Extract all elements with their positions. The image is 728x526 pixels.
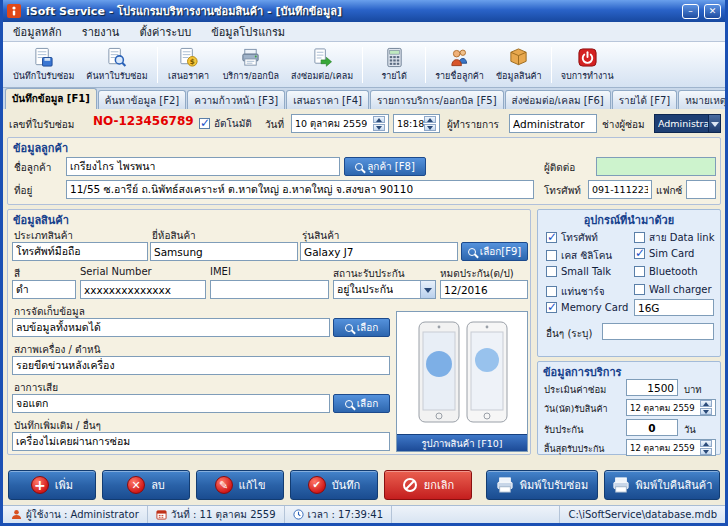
cancel-button[interactable]: ยกเลิก (384, 470, 472, 500)
accessory-checkbox[interactable] (634, 266, 645, 277)
chevron-down-icon[interactable] (708, 115, 720, 132)
note-field[interactable]: เครื่องไม่เคยผ่านการซ่อม (12, 432, 390, 451)
accessory-checkbox[interactable] (546, 250, 557, 261)
svg-text:$: $ (190, 56, 195, 65)
spin-up-icon[interactable] (373, 116, 385, 123)
serial-field[interactable]: xxxxxxxxxxxxxx (80, 280, 206, 299)
receipt-time-value: 18:18 (397, 118, 424, 129)
minimize-button[interactable]: – (682, 4, 699, 19)
storage-select-button[interactable]: เลือก (333, 318, 390, 337)
menu-program-info[interactable]: ข้อมูลโปรแกรม (201, 21, 295, 43)
toolbar-forward-claim[interactable]: ส่งซ่อมต่อ/เคลม (285, 43, 359, 86)
color-field[interactable]: ดำ (12, 280, 76, 299)
toolbar-quotation[interactable]: $ เสนอราคา (161, 43, 217, 86)
toolbar-product-data[interactable]: ข้อมูลสินค้า (490, 43, 548, 86)
accessory-checkbox[interactable] (634, 284, 645, 295)
menu-reports[interactable]: รายงาน (72, 21, 130, 43)
symptom-select-button[interactable]: เลือก (333, 394, 390, 413)
tab-progress[interactable]: ความก้าวหน้า [F3] (187, 90, 285, 109)
service-warranty-field[interactable]: 0 (626, 419, 678, 436)
symptom-field[interactable]: จอแตก (12, 394, 330, 413)
accessory-checkbox[interactable] (546, 266, 557, 277)
customer-name-field[interactable]: เกรียงไกร ไพรพนา (66, 157, 340, 176)
menu-main-data[interactable]: ข้อมูลหลัก (3, 21, 72, 43)
toolbar-save-receipt[interactable]: บันทึกใบรับซ่อม (7, 43, 80, 86)
estimate-field[interactable]: 1500 (626, 379, 678, 396)
toolbar-income[interactable]: รายได้ (366, 43, 422, 86)
warranty-status-combobox[interactable]: อยู่ในประกัน (333, 280, 436, 299)
customer-lookup-button[interactable]: ลูกค้า [F8] (344, 157, 426, 176)
spin-up-icon[interactable] (424, 116, 436, 123)
edit-button[interactable]: แก้ไข (196, 470, 284, 500)
auto-number-checkbox[interactable] (199, 118, 210, 129)
spin-down-icon[interactable] (700, 448, 712, 455)
income-calculator-icon (384, 47, 405, 68)
warranty-end-field[interactable]: 12/2016 (440, 280, 528, 299)
spin-up-icon[interactable] (700, 440, 712, 447)
receipt-time-field[interactable]: 18:18 (393, 114, 440, 133)
model-field[interactable]: Galaxy J7 (300, 242, 458, 261)
close-button[interactable]: ✕ (704, 4, 721, 19)
model-value: Galaxy J7 (304, 246, 353, 258)
spin-down-icon[interactable] (700, 408, 712, 415)
delete-button[interactable]: ลบ (102, 470, 190, 500)
tab-quotation[interactable]: เสนอราคา [F4] (286, 90, 369, 109)
spin-down-icon[interactable] (373, 124, 385, 131)
accessory-checkbox[interactable] (634, 232, 645, 243)
product-image-button[interactable]: รูปภาพสินค้า [F10] (397, 434, 527, 451)
condition-field[interactable]: รอยขีดข่วนหลังเครื่อง (12, 356, 390, 375)
date-spinner[interactable] (373, 116, 385, 131)
clock-icon (293, 509, 304, 520)
tab-record-data[interactable]: บันทึกข้อมูล [F1] (5, 88, 97, 109)
brand-label: ยี่ห้อสินค้า (152, 228, 196, 243)
product-type-field[interactable]: โทรศัพท์มือถือ (12, 242, 148, 261)
warranty-until-spinner[interactable] (700, 440, 712, 455)
toolbar-billing[interactable]: บริการ/ออกบิล (217, 43, 285, 86)
toolbar-exit[interactable]: จบการทำงาน (555, 43, 620, 86)
pickup-date-field[interactable]: 12 ตุลาคม 2559 (626, 399, 716, 416)
accessory-checkbox[interactable] (546, 232, 557, 243)
operator-value: Administrator (513, 118, 585, 130)
customer-panel: ข้อมูลลูกค้า ชื่อลูกค้า เกรียงไกร ไพรพนา… (7, 137, 721, 205)
accessory-checkbox[interactable] (546, 302, 557, 313)
receipt-date-field[interactable]: 10 ตุลาคม 2559 (291, 114, 389, 133)
tab-search-data[interactable]: ค้นหาข้อมูล [F2] (98, 90, 186, 109)
technician-combobox[interactable]: Administrator (654, 114, 721, 133)
accessory-checkbox[interactable] (546, 286, 557, 297)
print-return-button[interactable]: พิมพ์ใบคืนสินค้า (604, 470, 720, 500)
imei-field[interactable] (210, 280, 329, 299)
save-button[interactable]: บันทึก (290, 470, 378, 500)
menu-settings[interactable]: ตั้งค่าระบบ (129, 21, 201, 43)
toolbar-customer-list[interactable]: รายชื่อลูกค้า (429, 43, 490, 86)
other-accessory-field[interactable] (602, 323, 714, 340)
tab-income[interactable]: รายได้ [F7] (612, 90, 677, 109)
tab-forward-claim[interactable]: ส่งซ่อมต่อ/เคลม [F6] (505, 90, 611, 109)
operator-field[interactable]: Administrator (509, 114, 597, 133)
warranty-until-field[interactable]: 12 ตุลาคม 2559 (626, 439, 716, 456)
brand-field[interactable]: Samsung (150, 242, 298, 261)
product-image-box: รูปภาพสินค้า [F10] (396, 311, 528, 452)
storage-field[interactable]: ลบข้อมูลทั้งหมดได้ (12, 318, 330, 337)
time-spinner[interactable] (424, 116, 436, 131)
accessory-checkbox[interactable] (634, 248, 645, 259)
toolbar-search-receipt[interactable]: ค้นหาใบรับซ่อม (80, 43, 153, 86)
pickup-date-label: วัน(นัด)รับสินค้า (544, 402, 608, 416)
add-button[interactable]: เพิ่ม (8, 470, 96, 500)
chevron-down-icon[interactable] (420, 281, 435, 298)
address-field[interactable]: 11/55 ซ.อารีย์ ถ.นิพัทธ์สงเคราะห์ ต.หาดใ… (66, 180, 534, 199)
add-icon (31, 476, 49, 494)
print-receipt-button[interactable]: พิมพ์ใบรับซ่อม (486, 470, 598, 500)
phone-field[interactable]: 091-1112233 (588, 180, 652, 199)
status-date: วันที่ : 11 ตุลาคม 2559 (148, 506, 285, 523)
spin-up-icon[interactable] (700, 400, 712, 407)
contact-field[interactable] (596, 157, 716, 176)
fax-field[interactable] (686, 180, 716, 199)
model-select-button[interactable]: เลือก[F9] (461, 242, 528, 261)
search-icon (345, 324, 353, 332)
tab-service-billing[interactable]: รายการบริการ/ออกบิล [F5] (370, 90, 504, 109)
memory-card-size-field[interactable]: 16G (634, 299, 714, 316)
spin-down-icon[interactable] (424, 124, 436, 131)
service-warranty-label: รับประกัน (544, 422, 584, 437)
tab-note[interactable]: หมายเหตุ (678, 90, 725, 109)
pickup-date-spinner[interactable] (700, 400, 712, 415)
